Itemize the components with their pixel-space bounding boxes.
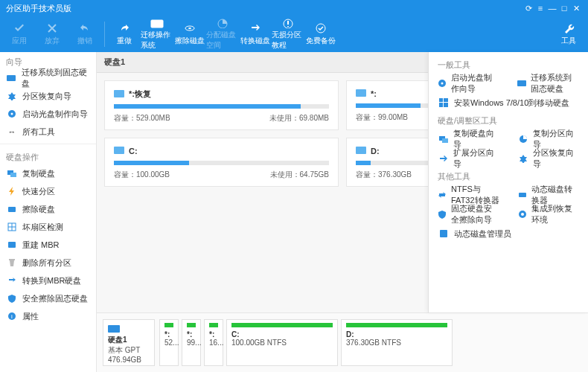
sidebar-item-migrate-ssd[interactable]: 迁移系统到固态硬盘: [0, 69, 96, 87]
svg-rect-24: [517, 80, 526, 86]
segment-bar: [187, 323, 196, 327]
migrate-os-button[interactable]: 迁移操作系统: [141, 18, 173, 51]
sidebar-item-delete-all[interactable]: 删除所有分区: [0, 254, 96, 272]
block-sub: 376.30GB NTFS: [346, 339, 447, 347]
convert-disk-button[interactable]: 转换磁盘: [239, 18, 272, 51]
partition-capacity: 容量：529.00MB: [114, 113, 170, 124]
svg-rect-19: [114, 147, 124, 154]
usage-bar: [114, 104, 329, 109]
lossless-tutorial-button[interactable]: 无损分区教程: [272, 18, 304, 51]
svg-rect-6: [7, 75, 16, 81]
maximize-icon[interactable]: □: [558, 4, 570, 13]
svg-point-8: [11, 113, 13, 115]
svg-rect-13: [8, 242, 16, 248]
flyout-ntfs-fat32[interactable]: NTFS与FAT32转换器: [429, 185, 508, 205]
flyout-install-windows[interactable]: 安装Windows 7/8/10到移动硬盘: [429, 93, 588, 112]
tools-button[interactable]: 工具: [552, 18, 585, 51]
sidebar-item-copy-disk[interactable]: 复制硬盘: [0, 164, 96, 182]
free-backup-button[interactable]: 免费备份: [304, 18, 337, 51]
partition-name: *:: [371, 89, 377, 98]
sidebar-item-partition-recovery[interactable]: 分区恢复向导: [0, 87, 96, 105]
refresh-icon[interactable]: ⟳: [523, 4, 534, 13]
quick-icon: [6, 187, 18, 196]
sidebar-item-erase-disk[interactable]: 擦除硬盘: [0, 200, 96, 218]
flyout-group-general: 一般工具: [429, 57, 588, 74]
flyout-migrate-ssd[interactable]: 迁移系统到固态硬盘: [508, 74, 588, 93]
svg-rect-17: [114, 90, 124, 97]
partition-capacity: 容量：376.30GB: [356, 170, 412, 180]
close-icon[interactable]: ✕: [570, 4, 582, 13]
disk-icon: [108, 324, 120, 333]
alloc-free-button[interactable]: 分配磁盘空间: [206, 18, 239, 51]
drive-icon: [114, 89, 124, 100]
ssd-icon: [6, 74, 17, 83]
partition-card[interactable]: *:恢复 容量：529.00MB未使用：69.80MB: [104, 80, 339, 130]
block-sub: 99...: [187, 339, 196, 347]
ssd-icon: [517, 79, 526, 88]
sidebar-item-quick-partition[interactable]: 快速分区: [0, 182, 96, 200]
svg-rect-21: [108, 325, 120, 333]
recovery-icon: [6, 92, 18, 100]
undo-button[interactable]: 撤销: [68, 18, 101, 51]
disk-map-block[interactable]: *:99...: [182, 319, 201, 366]
sidebar-item-secure-erase-ssd[interactable]: 安全擦除固态硬盘: [0, 289, 96, 307]
disk-map-block[interactable]: *:16...: [204, 319, 223, 366]
flyout-integrate-recovery[interactable]: 集成到恢复环境: [508, 205, 588, 224]
erase-disk-button[interactable]: 擦除磁盘: [173, 18, 206, 51]
flyout-recover-partition[interactable]: 分区恢复向导: [508, 149, 588, 168]
flyout-copy-disk[interactable]: 复制硬盘向导: [429, 129, 508, 149]
disk-info-block[interactable]: 硬盘1 基本 GPT 476.94GB: [103, 319, 155, 366]
minimize-icon[interactable]: —: [546, 4, 558, 13]
block-sub: 52...: [164, 339, 173, 347]
svg-point-34: [521, 213, 524, 216]
flyout-ssd-secure-erase[interactable]: 固态硬盘安全擦除向导: [429, 205, 508, 224]
recovery-icon: [517, 154, 528, 163]
drive-icon: [356, 146, 366, 156]
windows-icon: [438, 98, 450, 107]
block-sub: 100.00GB NTFS: [231, 339, 333, 347]
disk-map-block[interactable]: D:376.30GB NTFS: [341, 319, 453, 366]
disk-map-block[interactable]: *:52...: [159, 319, 179, 366]
disc-icon: [438, 79, 447, 88]
flyout-copy-partition[interactable]: 复制分区向导: [508, 129, 588, 149]
svg-rect-32: [519, 193, 526, 197]
segment-bar: [164, 323, 173, 327]
partition-card[interactable]: C: 容量：100.00GB未使用：64.75GB: [104, 138, 339, 187]
sidebar-item-boot-disc[interactable]: 启动光盘制作向导: [0, 105, 96, 123]
block-label: *:: [187, 330, 196, 339]
flyout-group-disk: 硬盘/调整区工具: [429, 112, 588, 129]
sidebar-item-rebuild-mbr[interactable]: 重建 MBR: [0, 236, 96, 254]
redo-button[interactable]: 重做: [108, 18, 141, 51]
svg-rect-35: [440, 230, 447, 237]
manager-icon: [438, 229, 450, 238]
toolbar: 应用 放弃 撤销 重做 迁移操作系统 擦除磁盘 分配磁盘空间 转换磁盘 无损分区…: [0, 16, 588, 52]
drive-icon: [356, 89, 366, 99]
discard-button[interactable]: 放弃: [36, 18, 68, 51]
help-icon[interactable]: ≡: [534, 4, 546, 13]
segment-bar: [231, 323, 333, 327]
svg-rect-27: [439, 103, 443, 107]
sidebar-item-properties[interactable]: i属性: [0, 307, 96, 325]
delete-icon: [6, 258, 18, 267]
svg-rect-14: [9, 259, 15, 260]
partition-capacity: 容量：99.00MB: [356, 112, 408, 123]
sidebar-item-bad-sector[interactable]: 坏扇区检测: [0, 218, 96, 236]
apply-button[interactable]: 应用: [3, 18, 36, 51]
disc-icon: [6, 109, 18, 118]
flyout-dynamic-convert[interactable]: 动态磁盘转换器: [508, 185, 588, 205]
block-label: *:: [164, 330, 173, 339]
partition-name: D:: [371, 147, 380, 155]
partition-free: 未使用：69.80MB: [269, 113, 329, 124]
flyout-boot-disc[interactable]: 启动光盘制作向导: [429, 74, 508, 93]
partition-free: 未使用：64.75GB: [270, 170, 329, 180]
sidebar-item-convert-mbr[interactable]: 转换到MBR硬盘: [0, 272, 96, 289]
secure-icon: [6, 294, 18, 303]
body: 向导 迁移系统到固态硬盘 分区恢复向导 启动光盘制作向导 ↔所有工具 硬盘操作 …: [0, 52, 588, 372]
disk-map-block[interactable]: C:100.00GB NTFS: [226, 319, 338, 366]
flyout-extend-partition[interactable]: 扩展分区向导: [429, 149, 508, 168]
svg-rect-10: [10, 173, 16, 177]
tools-flyout: 一般工具 启动光盘制作向导 迁移系统到固态硬盘 安装Windows 7/8/10…: [428, 52, 588, 312]
disk-map: 硬盘1 基本 GPT 476.94GB *:52...*:99...*:16..…: [97, 312, 588, 372]
sidebar-item-all-tools[interactable]: ↔所有工具: [0, 123, 96, 141]
flyout-dynamic-manager[interactable]: 动态磁盘管理员: [429, 224, 588, 243]
